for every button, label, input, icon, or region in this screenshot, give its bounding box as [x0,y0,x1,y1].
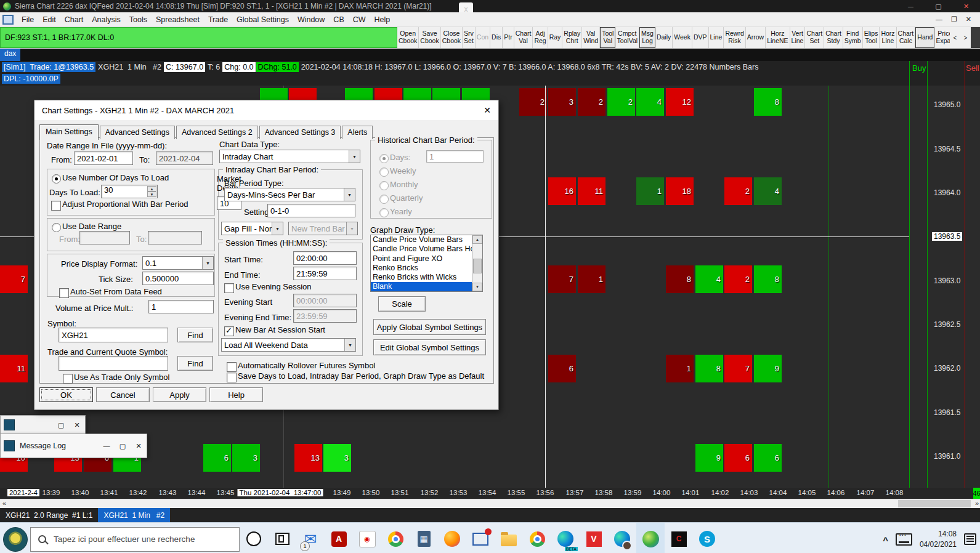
cancel-button[interactable]: Cancel [96,387,150,402]
graph-draw-type-list[interactable]: Candle Price Volume BarsCandle Price Vol… [370,235,483,292]
gap-fill-dropdown[interactable]: Gap Fill - None▼ [221,222,283,235]
graph-type-candle-price-volume-bars[interactable]: Candle Price Volume Bars [371,235,472,244]
trade-symbol-find-button[interactable]: Find [177,356,213,371]
new-trend-bar-dropdown[interactable]: New Trend Bar W▼ [288,222,358,235]
toolbar-vert-line[interactable]: Vert Line [790,27,806,48]
chart-tab-xgh21-2-0-range-1-l-1[interactable]: XGH21 2.0 Range #1 L:1 [0,508,98,522]
scale-button[interactable]: Scale [378,296,426,312]
tab-alerts[interactable]: Alerts [342,126,373,139]
toolbar-cmpct-toolval[interactable]: Cmpct ToolVal [615,27,639,48]
pinned-window-icon[interactable] [466,523,495,553]
spinner[interactable]: ▲▼ [147,186,156,197]
graph-type-renko-bricks-with-wicks[interactable]: Renko Bricks with Wicks [371,273,472,282]
toolbar-daily[interactable]: Daily [655,27,673,48]
toolbar-hand[interactable]: Hand [915,27,934,48]
chrome-icon-2[interactable] [523,523,551,553]
toolbar-srv-set[interactable]: Srv Set [463,27,476,48]
chart-horizontal-scrollbar[interactable]: « » [0,499,980,508]
mdi-restore-icon[interactable]: ❐ [951,15,957,23]
keyboard-icon[interactable] [896,533,912,546]
maximize-icon[interactable] [925,0,952,12]
price-display-dropdown[interactable]: 0.1▼ [142,256,214,270]
menu-spreadsheet[interactable]: Spreadsheet [152,15,204,24]
volume-mult-field[interactable] [148,300,214,313]
chart-area[interactable]: 2322412816111182477184281161879101361631… [0,86,980,488]
hist-days-radio[interactable] [379,154,389,163]
close-icon[interactable]: ✕ [69,419,85,431]
setting-field[interactable] [267,204,355,217]
toolbar-chart-stdy[interactable]: Chart Stdy [824,27,843,48]
menu-analysis[interactable]: Analysis [87,15,125,24]
symbol-find-button[interactable]: Find [177,328,213,342]
use-days-radio[interactable] [52,174,61,184]
use-date-range-radio[interactable] [52,223,61,232]
chart-data-type-dropdown[interactable]: Intraday Chart▼ [219,150,360,163]
red-dot-app-icon[interactable]: ◉ [353,523,381,553]
rollover-checkbox[interactable] [227,362,237,372]
evening-end-field[interactable] [293,309,357,323]
task-view-icon[interactable] [268,523,296,553]
graph-type-renko-bricks[interactable]: Renko Bricks [371,264,472,273]
message-log-window[interactable]: Message Log — ▢ ✕ [0,434,147,458]
toolbar-msg-log[interactable]: Msg Log [639,27,655,48]
maximize-icon[interactable]: ▢ [115,440,131,452]
start-time-field[interactable] [293,251,357,265]
cortana-icon[interactable] [240,523,268,553]
toolbar-tool-val[interactable]: Tool Val [600,27,615,48]
menu-cb[interactable]: CB [329,15,348,24]
menu-tools[interactable]: Tools [125,15,152,24]
menu-trade[interactable]: Trade [204,15,232,24]
toolbar-adj-reg[interactable]: Adj Reg [533,27,548,48]
toolbar-rewrd-risk[interactable]: Rewrd Risk [724,27,745,48]
days-to-load-field[interactable]: 30 ▲▼ [101,185,158,198]
toolbar-horz-linene[interactable]: Horz LineNE [766,27,790,48]
file-explorer-icon[interactable] [495,523,523,553]
menu-window[interactable]: Window [293,15,329,24]
date-to-field[interactable] [156,151,213,165]
toolbar-arrow[interactable]: Arrow [746,27,766,48]
hist-days-field[interactable] [426,150,484,163]
toolbar-rplay-chrt[interactable]: Rplay Chrt [562,27,582,48]
dark-red-app-icon[interactable]: C [665,523,693,553]
red-v-app-icon[interactable]: V [580,523,608,553]
hist-monthly-radio[interactable] [379,181,389,190]
bar-period-type-dropdown[interactable]: Days-Mins-Secs Per Bar▼ [224,188,355,201]
toolbar-find-symb[interactable]: Find Symb [843,27,863,48]
help-button[interactable]: Help [209,387,263,402]
toolbar-dis[interactable]: Dis [490,27,503,48]
scrollbar-thumb[interactable] [898,500,971,507]
close-icon[interactable]: ✕ [131,440,147,452]
toolbar-close-cbook[interactable]: Close Cbook [441,27,463,48]
toolbar-scroll-right-icon[interactable]: > [960,27,971,48]
menu-file[interactable]: File [17,15,38,24]
toolbar-chart-val[interactable]: Chart Val [514,27,533,48]
menu-edit[interactable]: Edit [38,15,60,24]
toolbar-horz-line[interactable]: Horz Line [880,27,896,48]
toolbar-val-wind[interactable]: Val Wind [582,27,600,48]
toolbar-week[interactable]: Week [673,27,692,48]
toolbar-con[interactable]: Con [476,27,490,48]
graph-type-point-and-figure-xo[interactable]: Point and Figure XO [371,254,472,264]
menu-cw[interactable]: CW [349,15,370,24]
adjust-proportional-checkbox[interactable] [51,201,61,211]
edge-beta-icon[interactable]: BETA [551,523,580,553]
scroll-right-icon[interactable]: » [975,499,979,507]
toolbar-dvp[interactable]: DVP [692,27,709,48]
tab-advanced-settings[interactable]: Advanced Settings [100,126,175,139]
apply-global-symbol-settings-button[interactable]: Apply Global Symbol Settings [373,319,486,335]
hist-yearly-radio[interactable] [379,208,389,217]
save-default-checkbox[interactable] [227,373,237,382]
tab-main-settings[interactable]: Main Settings [39,124,99,140]
autoset-checkbox[interactable] [59,288,69,298]
apply-button[interactable]: Apply [153,387,206,402]
hist-quarterly-radio[interactable] [379,195,389,204]
menu-chart[interactable]: Chart [60,15,88,24]
trade-symbol-field[interactable] [59,356,168,371]
tick-size-field[interactable] [142,272,214,285]
weekend-data-dropdown[interactable]: Load All Weekend Data▼ [221,338,356,352]
hist-weekly-radio[interactable] [379,168,389,177]
new-bar-session-checkbox[interactable] [224,326,234,336]
skype-icon[interactable]: S [693,523,721,553]
taskbar-search[interactable]: Tapez ici pour effectuer une recherche [30,527,240,552]
scroll-left-icon[interactable]: « [2,499,6,507]
